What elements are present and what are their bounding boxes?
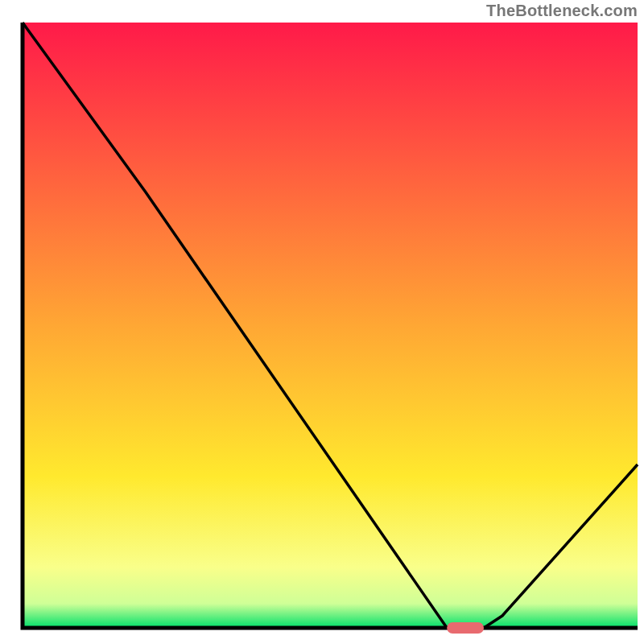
chart-container: TheBottleneck.com xyxy=(0,0,644,644)
optimum-marker xyxy=(447,622,484,634)
chart-background xyxy=(23,23,638,628)
bottleneck-chart xyxy=(0,0,644,644)
attribution-label: TheBottleneck.com xyxy=(486,2,638,20)
